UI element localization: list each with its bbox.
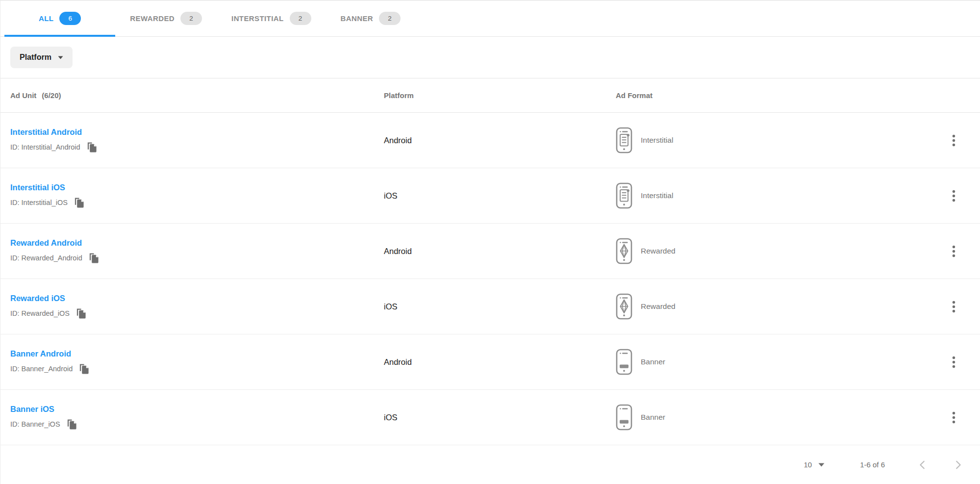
tab-rewarded[interactable]: REWARDED 2: [115, 0, 217, 36]
row-menu-button[interactable]: [947, 242, 960, 260]
ad-unit-id: ID: Interstitial_Android: [10, 143, 80, 151]
format-label: Interstitial: [641, 136, 673, 145]
copy-icon[interactable]: [88, 252, 100, 264]
platform-value: Android: [384, 247, 616, 256]
format-label: Banner: [641, 413, 665, 422]
format-label: Rewarded: [641, 302, 676, 311]
platform-value: Android: [384, 357, 616, 367]
copy-icon[interactable]: [86, 141, 98, 153]
ad-unit-id: ID: Interstitial_iOS: [10, 199, 68, 206]
table-row: Banner iOS ID: Banner_iOS iOS Banner: [0, 390, 980, 445]
row-menu-button[interactable]: [947, 353, 960, 371]
tab-banner[interactable]: BANNER 2: [326, 0, 416, 36]
ad-unit-link[interactable]: Interstitial Android: [10, 127, 82, 137]
chevron-right-icon[interactable]: [951, 458, 965, 472]
pagination-bar: 10 1-6 of 6: [0, 445, 980, 484]
table-row: Interstitial Android ID: Interstitial_An…: [0, 113, 980, 168]
ad-units-panel: ALL 6 REWARDED 2 INTERSTITIAL 2 BANNER 2…: [0, 0, 980, 484]
phone-rewarded-icon: [616, 293, 632, 320]
row-menu-button[interactable]: [947, 131, 960, 150]
platform-value: iOS: [384, 191, 616, 201]
tab-banner-count-badge: 2: [379, 12, 401, 25]
ad-unit-link[interactable]: Banner iOS: [10, 405, 54, 414]
platform-value: iOS: [384, 413, 616, 422]
format-label: Banner: [641, 357, 665, 366]
tab-interstitial-count-badge: 2: [290, 12, 311, 25]
platform-filter-label: Platform: [20, 53, 51, 62]
page-size-value: 10: [804, 460, 812, 469]
table-row: Rewarded iOS ID: Rewarded_iOS iOS Reward…: [0, 279, 980, 334]
tab-rewarded-label: REWARDED: [130, 14, 175, 23]
copy-icon[interactable]: [75, 307, 87, 319]
tab-interstitial-label: INTERSTITIAL: [231, 14, 283, 23]
ad-unit-id: ID: Rewarded_iOS: [10, 309, 70, 317]
ad-unit-id: ID: Banner_Android: [10, 365, 73, 373]
ad-unit-link[interactable]: Interstitial iOS: [10, 183, 65, 192]
platform-filter-button[interactable]: Platform: [10, 47, 73, 68]
tab-banner-label: BANNER: [341, 14, 374, 23]
ad-unit-id: ID: Rewarded_Android: [10, 254, 82, 262]
platform-value: Android: [384, 136, 616, 145]
column-header-platform: Platform: [384, 91, 616, 100]
filter-bar: Platform: [0, 37, 980, 78]
table-row: Interstitial iOS ID: Interstitial_iOS iO…: [0, 168, 980, 224]
ad-unit-link[interactable]: Banner Android: [10, 349, 71, 358]
table-header: Ad Unit (6/20) Platform Ad Format: [0, 78, 980, 113]
table-row: Rewarded Android ID: Rewarded_Android An…: [0, 224, 980, 279]
ad-unit-id: ID: Banner_iOS: [10, 420, 60, 428]
phone-banner-icon: [616, 404, 632, 431]
copy-icon[interactable]: [78, 363, 90, 375]
page-size-select[interactable]: 10: [804, 460, 825, 469]
ad-unit-header-label: Ad Unit: [10, 91, 36, 100]
tab-all-label: ALL: [39, 14, 53, 23]
row-menu-button[interactable]: [947, 187, 960, 205]
ad-format-tabs: ALL 6 REWARDED 2 INTERSTITIAL 2 BANNER 2: [0, 0, 980, 37]
caret-down-icon: [818, 463, 825, 467]
column-header-ad-unit: Ad Unit (6/20): [10, 91, 384, 100]
tab-rewarded-count-badge: 2: [180, 12, 202, 25]
platform-value: iOS: [384, 302, 616, 311]
tab-all[interactable]: ALL 6: [4, 0, 115, 36]
row-menu-button[interactable]: [947, 408, 960, 427]
phone-banner-icon: [616, 349, 632, 375]
format-label: Interstitial: [641, 191, 673, 200]
page-range-label: 1-6 of 6: [860, 460, 885, 469]
copy-icon[interactable]: [66, 418, 77, 430]
tab-all-count-badge: 6: [59, 12, 81, 25]
phone-interstitial-icon: [616, 182, 632, 209]
format-label: Rewarded: [641, 247, 676, 255]
phone-rewarded-icon: [616, 238, 632, 264]
ad-unit-count-label: (6/20): [42, 91, 61, 100]
column-header-ad-format: Ad Format: [616, 91, 927, 100]
table-row: Banner Android ID: Banner_Android Androi…: [0, 334, 980, 390]
row-menu-button[interactable]: [947, 298, 960, 316]
phone-interstitial-icon: [616, 127, 632, 153]
chevron-left-icon[interactable]: [915, 458, 930, 472]
tab-interstitial[interactable]: INTERSTITIAL 2: [217, 0, 326, 36]
ad-unit-link[interactable]: Rewarded iOS: [10, 294, 65, 303]
ad-unit-link[interactable]: Rewarded Android: [10, 238, 82, 248]
caret-down-icon: [58, 56, 63, 59]
copy-icon[interactable]: [74, 197, 85, 208]
